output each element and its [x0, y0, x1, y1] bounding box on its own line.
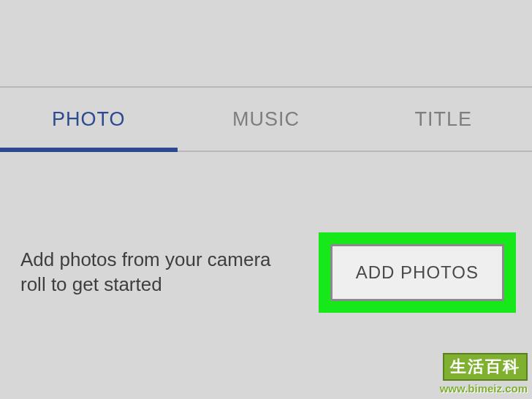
watermark-url: www.bimeiz.com	[440, 382, 528, 395]
add-photos-button[interactable]: ADD PHOTOS	[330, 244, 504, 301]
watermark: 生活百科 www.bimeiz.com	[440, 353, 528, 395]
active-tab-indicator	[0, 148, 178, 152]
tab-title[interactable]: TITLE	[354, 88, 532, 151]
tab-music[interactable]: MUSIC	[178, 88, 355, 151]
watermark-cn-text: 生活百科	[443, 353, 528, 381]
header-spacer	[0, 0, 532, 86]
tab-photo[interactable]: PHOTO	[0, 88, 178, 151]
content-area: Add photos from your camera roll to get …	[0, 152, 532, 313]
tab-bar: PHOTO MUSIC TITLE	[0, 86, 532, 152]
highlight-box: ADD PHOTOS	[319, 232, 516, 313]
instruction-text: Add photos from your camera roll to get …	[20, 248, 291, 297]
